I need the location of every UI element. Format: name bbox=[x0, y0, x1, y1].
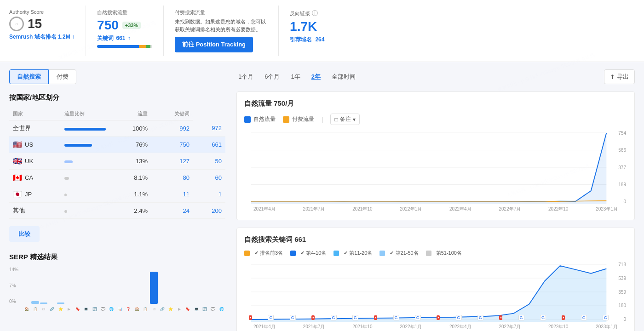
keyword-chart-legend: ✔ 排名前3名✔ 第4-10名✔ 第11-20名✔ 第21-50名 第51-10… bbox=[244, 250, 627, 257]
serp-icon-item: 🌐 bbox=[218, 307, 225, 311]
serp-icon-item: 💻 bbox=[192, 307, 200, 311]
referring-domain-value: 264 bbox=[315, 36, 324, 43]
annotation-chevron: ▾ bbox=[353, 116, 356, 123]
google-icons-row: ▪GG▪GG▪GG▪GG▪GG▪GG bbox=[244, 314, 613, 322]
keyword-legend-label: ✔ 排名前3名 bbox=[254, 250, 283, 257]
semrush-rank-value: 1.2M bbox=[58, 34, 70, 40]
google-icon: ▪ bbox=[249, 315, 252, 320]
x-label: 2022年10 bbox=[548, 324, 568, 330]
serp-icon-item: 🔖 bbox=[184, 307, 191, 311]
serp-title: SERP 精选结果 bbox=[9, 253, 225, 262]
country-label: 全世界 bbox=[13, 124, 31, 132]
country-name: 其他 bbox=[13, 206, 57, 215]
col-traffic: 流量 bbox=[109, 108, 151, 120]
keyword-y-labels: 718 539 359 180 0 bbox=[618, 262, 627, 322]
traffic-bar-cell bbox=[61, 153, 109, 170]
keyword-legend-label: ✔ 第21-50名 bbox=[390, 250, 418, 257]
traffic-chart-legend: 自然流量 付费流量 | □ 备注 ▾ bbox=[244, 114, 627, 125]
serp-icon-item: 🏠 bbox=[133, 307, 140, 311]
time-btn-all[interactable]: 全部时间 bbox=[330, 71, 357, 83]
legend-organic-dot bbox=[244, 116, 251, 123]
serp-icon-item: 📋 bbox=[31, 307, 39, 311]
backlinks-value: 1.7K bbox=[290, 19, 341, 34]
traffic-pct: 76% bbox=[109, 137, 151, 153]
authority-value: 15 bbox=[28, 17, 42, 31]
compare-button[interactable]: 比较 bbox=[9, 226, 40, 242]
keyword-chart-title: 自然搜索关键词 661 bbox=[244, 235, 627, 244]
traffic-num: 992 bbox=[151, 120, 193, 137]
traffic-num: 750 bbox=[151, 137, 193, 153]
keyword-legend-label: 第51-100名 bbox=[436, 250, 462, 257]
export-button[interactable]: ⬆ 导出 bbox=[604, 69, 635, 84]
right-panel: 1个月 6个月 1年 2年 全部时间 ⬆ 导出 自然流量 750/月 自然流量 bbox=[225, 69, 635, 331]
col-country: 国家 bbox=[9, 108, 61, 120]
serp-icon-item: 💻 bbox=[82, 307, 90, 311]
serp-icon-row: 🏠📋🗂🔗⭐▶🔖💻🔄💬🌐📊❓🏠📋🗂🔗⭐▶🔖💻🔄💬🌐 bbox=[23, 305, 225, 313]
keyword-legend-item: ✔ 排名前3名 bbox=[244, 250, 283, 257]
serp-icon-item: 🗂 bbox=[40, 307, 47, 311]
position-tracking-button[interactable]: 前往 Position Tracking bbox=[175, 37, 253, 52]
backlinks-label: 反向链接 ⓘ bbox=[290, 9, 341, 17]
annotation-button[interactable]: □ 备注 ▾ bbox=[330, 114, 359, 125]
col-keywords: 关键词 bbox=[151, 108, 193, 120]
serp-bars bbox=[23, 267, 225, 304]
keywords-num: 60 bbox=[193, 170, 225, 186]
time-buttons: 1个月 6个月 1年 2年 全部时间 bbox=[236, 71, 357, 83]
country-flag: 🇺🇸 bbox=[13, 140, 22, 149]
time-btn-1y[interactable]: 1年 bbox=[289, 71, 302, 83]
traffic-pct: 13% bbox=[109, 153, 151, 170]
semrush-rank-label: Semrush 域名排名 bbox=[9, 34, 57, 40]
export-icon: ⬆ bbox=[610, 74, 615, 80]
traffic-bar-cell bbox=[61, 170, 109, 186]
traffic-pct: 2.4% bbox=[109, 203, 151, 219]
google-icon: G bbox=[415, 315, 421, 320]
google-icon: G bbox=[477, 315, 483, 320]
serp-icon-item: 🔖 bbox=[74, 307, 81, 311]
serp-icon-item: ⭐ bbox=[167, 307, 174, 311]
tab-organic[interactable]: 自然搜索 bbox=[9, 69, 49, 84]
serp-icon-item: 💬 bbox=[99, 307, 107, 311]
table-row: 🇯🇵 JP 1.1% 11 1 bbox=[9, 186, 225, 203]
time-btn-6m[interactable]: 6个月 bbox=[263, 71, 282, 83]
serp-bar-item bbox=[57, 302, 64, 304]
paid-traffic-block: 付费搜索流量 未找到数据。如果这是您的域名，您可以获取关键词排名相关的所有必要数… bbox=[164, 6, 279, 56]
referring-domains: 引荐域名 264 bbox=[290, 36, 341, 44]
tab-paid[interactable]: 付费 bbox=[49, 69, 76, 84]
google-icon: G bbox=[331, 315, 337, 320]
traffic-distribution-bar bbox=[97, 45, 152, 48]
google-icon: ▪ bbox=[562, 315, 565, 320]
semrush-rank: Semrush 域名排名 1.2M ↑ bbox=[9, 33, 75, 41]
x-label: 2021年7月 bbox=[303, 324, 325, 330]
traffic-num: 24 bbox=[151, 203, 193, 219]
keyword-legend-dot bbox=[426, 251, 431, 256]
traffic-chart-title: 自然流量 750/月 bbox=[244, 99, 627, 108]
country-name: 🇯🇵 JP bbox=[13, 190, 57, 199]
x-label: 2021年7月 bbox=[303, 206, 325, 212]
paid-traffic-desc: 未找到数据。如果这是您的域名，您可以获取关键词排名相关的所有必要数据。 bbox=[175, 18, 267, 33]
semrush-rank-arrow: ↑ bbox=[72, 34, 75, 40]
serp-icon-item: 🔄 bbox=[201, 307, 208, 311]
serp-icon-item: 📋 bbox=[142, 307, 149, 311]
keywords-num: 1 bbox=[193, 186, 225, 203]
traffic-mini-bar bbox=[64, 177, 69, 180]
traffic-mini-bar bbox=[64, 144, 92, 147]
organic-traffic-block: 自然搜索流量 750 +33% 关键词 661 ↑ bbox=[86, 6, 164, 56]
country-flag: 🇯🇵 bbox=[13, 190, 22, 199]
country-label: UK bbox=[25, 158, 33, 165]
time-btn-1m[interactable]: 1个月 bbox=[236, 71, 255, 83]
keyword-legend-label: ✔ 第4-10名 bbox=[300, 250, 326, 257]
x-label: 2022年1月 bbox=[400, 206, 422, 212]
authority-circle-icon: ○ bbox=[9, 17, 24, 31]
traffic-bar-cell bbox=[61, 120, 109, 137]
traffic-pct: 8.1% bbox=[109, 170, 151, 186]
traffic-bar-cell bbox=[61, 186, 109, 203]
authority-label: Authority Score bbox=[9, 9, 75, 15]
traffic-x-labels: 2021年4月2021年7月2021年102022年1月2022年4月2022年… bbox=[244, 206, 627, 212]
traffic-svg bbox=[244, 131, 627, 204]
annotation-checkbox: □ bbox=[334, 116, 338, 123]
legend-paid: 付费流量 bbox=[283, 115, 314, 123]
organic-traffic-label: 自然搜索流量 bbox=[97, 9, 152, 16]
serp-chart: 14% 7% 0% 🏠📋🗂🔗⭐▶🔖💻🔄💬🌐📊❓🏠📋🗂🔗⭐▶🔖💻🔄💬🌐 bbox=[9, 267, 225, 313]
x-label: 2021年4月 bbox=[253, 324, 276, 330]
time-btn-2y[interactable]: 2年 bbox=[310, 71, 322, 83]
